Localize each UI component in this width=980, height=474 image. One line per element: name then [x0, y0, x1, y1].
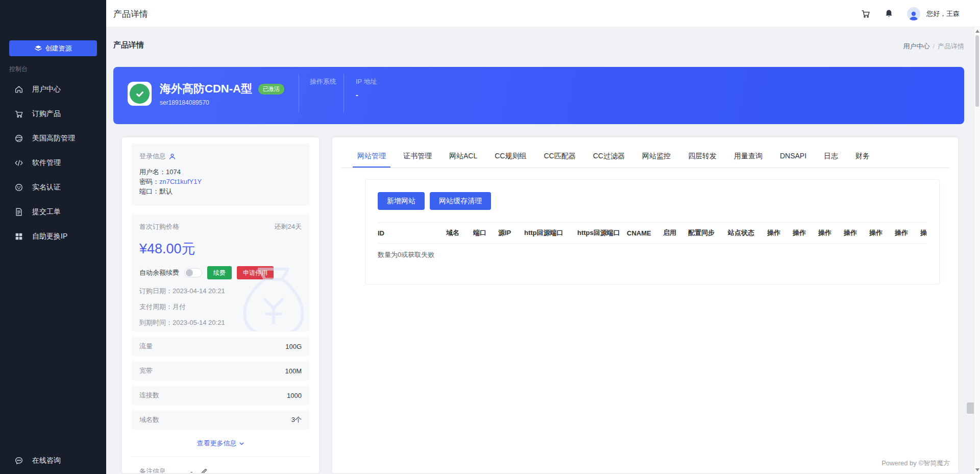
stop-service-button[interactable]: 申请停用: [237, 266, 274, 279]
create-resource-button[interactable]: 创建资源: [9, 40, 97, 56]
tab-cc-rules[interactable]: CC规则组: [486, 148, 535, 168]
sidebar-item-label: 提交工单: [32, 207, 61, 217]
spec-row-domains: 域名数3个: [131, 410, 310, 430]
chat-icon: [14, 456, 23, 465]
price-panel: 首次订购价格 还剩24天 ¥48.00元 自动余额续费 续费 申请停用 订购日期…: [131, 214, 310, 331]
sidebar-item-ticket[interactable]: 提交工单: [0, 200, 106, 224]
main-card: 网站管理 证书管理 网站ACL CC规则组 CC匹配器 CC过滤器 网站监控 四…: [332, 137, 958, 473]
sidebar-item-label: 实名认证: [32, 183, 61, 192]
breadcrumb-separator: /: [933, 42, 935, 50]
sidebar-item-order-product[interactable]: 订购产品: [0, 102, 106, 126]
login-info-title: 登录信息: [139, 152, 166, 161]
vertical-scrollbar[interactable]: [974, 27, 980, 474]
tab-cc-matcher[interactable]: CC匹配器: [535, 148, 584, 168]
scroll-down-arrow[interactable]: [975, 468, 979, 471]
sidebar-item-change-ip[interactable]: 自助更换IP: [0, 224, 106, 249]
spec-row-connections: 连接数1000: [131, 386, 310, 405]
grid-icon: [14, 232, 23, 241]
banner-divider: [344, 74, 344, 112]
col-config-sync: 配置同步: [688, 228, 728, 238]
table-empty-text: 数量为0或获取失败: [378, 244, 927, 272]
col-cname: CNAME: [627, 229, 663, 237]
col-action: 操作: [793, 228, 818, 238]
user-greeting[interactable]: 您好，王森: [926, 9, 960, 18]
globe-icon: [14, 134, 23, 143]
topbar-title: 产品详情: [113, 8, 148, 20]
sidebar-item-label: 自助更换IP: [32, 232, 67, 241]
product-title: 海外高防CDN-A型: [160, 81, 252, 97]
col-source-ip: 源IP: [498, 228, 524, 238]
banner-divider: [299, 74, 299, 112]
col-enabled: 启用: [663, 228, 688, 238]
tab-dnsapi[interactable]: DNSAPI: [771, 148, 815, 168]
avatar[interactable]: [907, 7, 920, 20]
sidebar-item-label: 美国高防管理: [32, 134, 75, 143]
breadcrumb-parent[interactable]: 用户中心: [903, 42, 929, 50]
sidebar-item-real-name[interactable]: 实名认证: [0, 175, 106, 200]
product-info-card: 登录信息 用户名：1074 密码：zn7Ct1kufY1Y 端口：默认 首次订购…: [122, 137, 319, 473]
remark-row: 备注信息 -: [131, 456, 310, 473]
scroll-up-arrow[interactable]: [975, 30, 979, 33]
topbar: 产品详情 您好，王森: [106, 0, 980, 27]
tab-cc-filter[interactable]: CC过滤器: [584, 148, 633, 168]
bell-icon[interactable]: [884, 9, 894, 19]
price-label: 首次订购价格: [139, 222, 179, 231]
powered-by: Powered by ©智简魔方: [881, 459, 950, 468]
price-amount: ¥48.00元: [139, 240, 302, 258]
col-action: 操作: [818, 228, 844, 238]
ip-field-value: -: [356, 91, 358, 99]
password-value-link[interactable]: zn7Ct1kufY1Y: [159, 178, 202, 185]
os-field-label: 操作系统: [310, 77, 336, 86]
cart-icon: [14, 109, 23, 118]
sidebar-item-online-support[interactable]: 在线咨询: [0, 448, 106, 473]
product-banner: 海外高防CDN-A型 已激活 ser189184089570 操作系统 IP 地…: [113, 67, 964, 124]
remark-value: -: [190, 468, 192, 473]
col-site-status: 站点状态: [728, 228, 767, 238]
tab-layer4-forward[interactable]: 四层转发: [679, 148, 725, 168]
app-root: 创建资源 控制台 用户中心 订购产品 美国高防管理 软件管理 实名认证: [0, 0, 980, 474]
sidebar-bottom: 在线咨询: [0, 448, 106, 473]
col-action: 操作: [895, 228, 920, 238]
face-icon: [14, 183, 23, 192]
add-site-button[interactable]: 新增网站: [378, 192, 425, 210]
col-id: ID: [378, 229, 446, 237]
sidebar-section-label: 控制台: [9, 65, 28, 74]
login-row-password: 密码：zn7Ct1kufY1Y: [139, 178, 302, 186]
spec-row-bandwidth: 宽带100M: [131, 361, 310, 381]
page-title: 产品详情: [113, 40, 144, 50]
sidebar-item-label: 软件管理: [32, 158, 61, 168]
expire-date-row: 到期时间：2023-05-14 20:21: [139, 318, 302, 327]
sidebar-item-label: 用户中心: [32, 85, 61, 94]
tab-logs[interactable]: 日志: [815, 148, 847, 168]
tab-site-acl[interactable]: 网站ACL: [440, 148, 486, 168]
check-circle-icon: [130, 84, 150, 104]
pencil-icon[interactable]: [201, 468, 207, 473]
login-info-panel: 登录信息 用户名：1074 密码：zn7Ct1kufY1Y 端口：默认: [131, 144, 310, 206]
topbar-actions: 您好，王森: [861, 0, 960, 27]
sidebar: 创建资源 控制台 用户中心 订购产品 美国高防管理 软件管理 实名认证: [0, 0, 106, 474]
clear-cache-button[interactable]: 网站缓存清理: [430, 192, 491, 210]
tab-site-management[interactable]: 网站管理: [349, 148, 395, 168]
col-action: 操作: [869, 228, 895, 238]
order-date-row: 订购日期：2023-04-14 20:21: [139, 287, 302, 296]
scrollbar-thumb[interactable]: [975, 35, 979, 107]
tab-usage-query[interactable]: 用量查询: [725, 148, 771, 168]
sidebar-item-us-defense[interactable]: 美国高防管理: [0, 126, 106, 151]
person-icon: [169, 153, 176, 160]
col-action: 操作: [920, 228, 927, 238]
tab-finance[interactable]: 财务: [847, 148, 878, 168]
view-more-link[interactable]: 查看更多信息: [122, 439, 319, 448]
layers-icon: [35, 45, 42, 52]
cart-icon[interactable]: [861, 9, 871, 19]
breadcrumb-current: 产品详情: [938, 42, 964, 50]
auto-renew-toggle[interactable]: [184, 268, 202, 277]
renew-button[interactable]: 续费: [207, 266, 232, 279]
site-table-box: 新增网站 网站缓存清理 ID 域名 端口 源IP http回源端口 https回…: [365, 179, 940, 285]
sidebar-item-software[interactable]: 软件管理: [0, 151, 106, 175]
tab-site-monitor[interactable]: 网站监控: [633, 148, 679, 168]
sidebar-item-user-center[interactable]: 用户中心: [0, 77, 106, 102]
status-badge: 已激活: [258, 84, 284, 94]
col-action: 操作: [767, 228, 793, 238]
spec-row-traffic: 流量100G: [131, 337, 310, 356]
tab-certificate[interactable]: 证书管理: [395, 148, 440, 168]
